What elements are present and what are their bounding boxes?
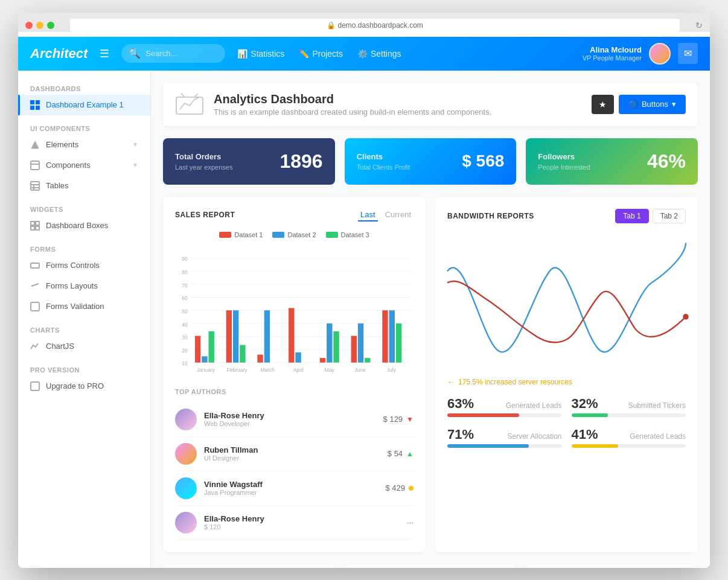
charts-row: SALES REPORT Last Current Dataset 1 [163, 197, 698, 552]
reload-icon[interactable]: ↻ [695, 21, 703, 30]
search-box[interactable]: 🔍 [121, 44, 225, 63]
sidebar-item-tables[interactable]: Tables [18, 176, 150, 196]
avatar-image [650, 44, 669, 63]
hamburger-icon[interactable]: ☰ [100, 47, 109, 60]
author-info-3: Vinnie Wagstaff Java Programmer [204, 480, 263, 496]
svg-text:January: January [197, 366, 216, 372]
svg-rect-49 [289, 308, 294, 362]
svg-rect-17 [31, 302, 39, 311]
sidebar-item-forms-validation[interactable]: Forms Validation [18, 296, 150, 317]
sidebar-section-title-dashboards: DASHBOARDS [18, 80, 150, 95]
svg-rect-46 [257, 354, 263, 362]
bar-chart-container: 90 80 70 60 50 40 30 20 10 [175, 246, 413, 378]
sidebar-item-components[interactable]: Components ▼ [18, 155, 150, 176]
legend-dataset1: Dataset 1 [219, 231, 263, 238]
avatar [649, 43, 671, 65]
stat-label-followers: Followers [538, 152, 590, 161]
mail-icon[interactable]: ✉ [678, 43, 698, 64]
legend-dataset2: Dataset 2 [272, 231, 316, 238]
tab-btn-1[interactable]: Tab 1 [615, 209, 648, 223]
svg-rect-0 [30, 100, 34, 104]
sales-chart-header: SALES REPORT Last Current [175, 209, 413, 221]
progress-fill-2 [447, 444, 529, 448]
sidebar-section-widgets: WIDGETS Dashboard Boxes [18, 201, 150, 236]
stat-sublabel-followers: People Interested [538, 164, 590, 171]
nav-settings[interactable]: ⚙️ Settings [357, 49, 401, 59]
sidebar: DASHBOARDS Dashboard Example 1 UI COMPON… [18, 71, 151, 568]
page-subtitle: This is an example dashboard created usi… [214, 107, 491, 116]
svg-rect-60 [396, 323, 401, 362]
svg-rect-54 [333, 331, 339, 362]
svg-rect-43 [226, 310, 232, 363]
stat-value-clients: $ 568 [462, 151, 504, 171]
sidebar-section-forms: FORMS Forms Controls Forms Layouts Forms… [18, 241, 150, 317]
header-actions: ★ 🔵 Buttons ▾ [592, 95, 686, 114]
search-icon: 🔍 [129, 48, 141, 59]
svg-rect-47 [264, 310, 270, 363]
svg-rect-57 [365, 358, 370, 363]
progress-bg-2 [447, 444, 562, 448]
legend-dot-3 [326, 232, 338, 238]
sidebar-item-forms-controls[interactable]: Forms Controls [18, 255, 150, 276]
author-info-1: Ella-Rose Henry Web Developer [204, 411, 264, 427]
sidebar-section-charts: CHARTS ChartJS [18, 322, 150, 357]
sidebar-item-forms-layouts[interactable]: Forms Layouts [18, 276, 150, 296]
trend-dot-icon [409, 486, 413, 491]
page-header: Analytics Dashboard This is an example d… [163, 83, 698, 126]
svg-text:March: March [261, 366, 275, 372]
close-dot[interactable] [25, 22, 33, 29]
star-button[interactable]: ★ [592, 95, 614, 114]
tab-btn-2[interactable]: Tab 2 [653, 209, 686, 223]
nav-projects[interactable]: ✏️ Projects [299, 49, 343, 59]
sidebar-section-title-charts: CHARTS [18, 322, 150, 336]
stat-card-clients: Clients Total Clients Profit $ 568 [345, 138, 517, 185]
author-avatar-1 [175, 409, 197, 430]
svg-rect-52 [320, 358, 325, 363]
author-amount-2: $ 54 ▲ [388, 449, 413, 458]
tab-last[interactable]: Last [358, 209, 378, 221]
user-role: VP People Manager [583, 54, 642, 62]
metric-value-2: 71% [447, 427, 474, 442]
sidebar-item-chartjs[interactable]: ChartJS [18, 336, 150, 357]
svg-text:20: 20 [182, 347, 188, 353]
sidebar-item-elements[interactable]: Elements ▼ [18, 135, 150, 155]
buttons-dropdown[interactable]: 🔵 Buttons ▾ [619, 95, 686, 114]
svg-rect-45 [240, 345, 245, 362]
tab-current[interactable]: Current [383, 209, 413, 221]
svg-text:February: February [227, 366, 248, 372]
legend-dot-2 [272, 232, 284, 238]
svg-rect-40 [195, 336, 200, 362]
svg-rect-15 [31, 263, 39, 268]
sales-chart-title: SALES REPORT [175, 211, 235, 219]
maximize-dot[interactable] [47, 22, 54, 29]
svg-rect-59 [389, 310, 395, 363]
svg-point-68 [683, 314, 688, 319]
user-name: Alina McIourd [583, 45, 642, 54]
main-area: DASHBOARDS Dashboard Example 1 UI COMPON… [18, 71, 710, 568]
minimize-dot[interactable] [36, 22, 43, 29]
svg-text:90: 90 [182, 256, 188, 262]
sidebar-item-dashboard-example[interactable]: Dashboard Example 1 [18, 95, 150, 115]
search-input[interactable] [145, 49, 218, 58]
stat-cards-row: Total Orders Last year expenses 1896 Cli… [163, 138, 698, 185]
sidebar-section-title-forms: FORMS [18, 241, 150, 255]
metric-label-0: Generated Leads [506, 401, 562, 410]
elements-arrow: ▼ [132, 141, 138, 148]
page-title-area: Analytics Dashboard This is an example d… [214, 92, 491, 116]
sidebar-item-dashboard-boxes[interactable]: Dashboard Boxes [18, 215, 150, 236]
svg-text:April: April [293, 366, 304, 372]
author-row-3: Vinnie Wagstaff Java Programmer $ 429 [175, 471, 413, 506]
progress-fill-3 [572, 444, 619, 448]
bandwidth-chart-title: BANDWIDTH REPORTS [447, 212, 534, 220]
bottom-stat-2: Followers People Interested 45,9% [526, 564, 698, 568]
svg-rect-18 [31, 382, 39, 390]
nav-statistics[interactable]: 📊 Statistics [237, 49, 284, 59]
stat-card-total-orders: Total Orders Last year expenses 1896 [163, 138, 335, 185]
stat-sublabel-orders: Last year expenses [175, 164, 232, 171]
metric-item-1: 32% Submitted Tickers [572, 396, 686, 417]
app-logo[interactable]: Architect [30, 46, 88, 62]
legend-dot-1 [219, 232, 231, 238]
sidebar-item-upgrade[interactable]: Upgrade to PRO [18, 376, 150, 397]
bandwidth-chart-header: BANDWIDTH REPORTS Tab 1 Tab 2 [447, 209, 686, 223]
chart-legend: Dataset 1 Dataset 2 Dataset 3 [175, 231, 413, 238]
